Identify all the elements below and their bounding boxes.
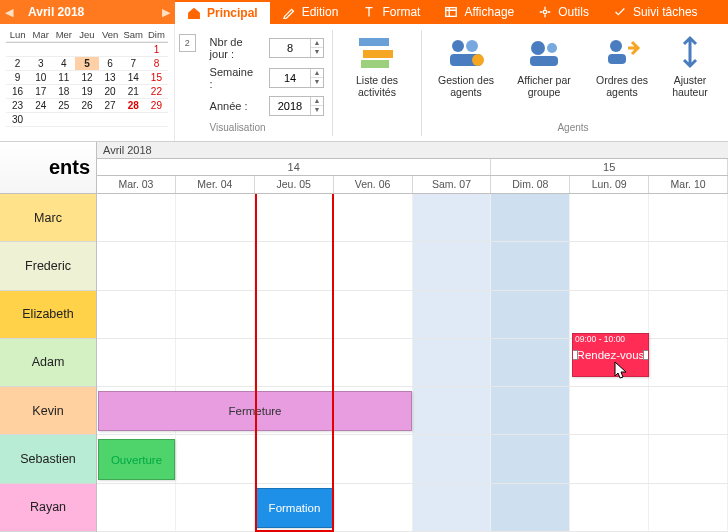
minical-day[interactable]: 21 [122, 85, 145, 99]
grid-cell[interactable] [413, 242, 492, 289]
grid-cell[interactable] [176, 194, 255, 241]
grid-cell[interactable] [176, 339, 255, 386]
minical-day[interactable]: 10 [29, 71, 52, 85]
minical-day[interactable]: 29 [145, 99, 168, 113]
tab-affichage[interactable]: Affichage [432, 0, 526, 24]
grid-cell[interactable] [413, 435, 492, 482]
agent-row[interactable]: Adam [0, 339, 96, 387]
nb-jour-spinner[interactable]: ▲▼ [269, 38, 324, 58]
grid-cell[interactable] [649, 291, 728, 338]
event-fermeture[interactable]: Fermeture [98, 391, 412, 431]
grid-cell[interactable] [97, 291, 176, 338]
grid-cell[interactable] [255, 242, 334, 289]
grid-cell[interactable] [491, 242, 570, 289]
minical-day[interactable]: 27 [99, 99, 122, 113]
grid-cell[interactable] [570, 242, 649, 289]
agent-orders-button[interactable]: Ordres des agents [586, 32, 658, 120]
annee-spinner[interactable]: ▲▼ [269, 96, 324, 116]
nb-jour-up[interactable]: ▲ [311, 39, 323, 48]
minical-day[interactable]: 6 [99, 57, 122, 71]
agent-row[interactable]: Rayan [0, 484, 96, 532]
grid-cell[interactable] [334, 291, 413, 338]
grid-cell[interactable] [255, 291, 334, 338]
grid-cell[interactable] [334, 484, 413, 531]
minical-day[interactable]: 9 [6, 71, 29, 85]
tab-format[interactable]: Format [350, 0, 432, 24]
group-view-button[interactable]: Afficher par groupe [508, 32, 580, 120]
nb-jour-input[interactable] [270, 39, 310, 57]
minical-day[interactable]: 16 [6, 85, 29, 99]
minical-day[interactable]: 3 [29, 57, 52, 71]
event-rdv[interactable]: 09:00 - 10:00Rendez-vous [572, 333, 649, 377]
gestion-agents-button[interactable]: Gestion des agents [430, 32, 502, 120]
minical-day[interactable]: 20 [99, 85, 122, 99]
grid-cell[interactable] [491, 387, 570, 434]
minical-day[interactable]: 13 [99, 71, 122, 85]
tab-edition[interactable]: Edition [270, 0, 351, 24]
annee-input[interactable] [270, 97, 310, 115]
tab-suivi[interactable]: Suivi tâches [601, 0, 710, 24]
grid-cell[interactable] [491, 291, 570, 338]
agent-row[interactable]: Kevin [0, 387, 96, 435]
minical-day[interactable]: 24 [29, 99, 52, 113]
minical-day[interactable]: 12 [75, 71, 98, 85]
minical-day[interactable]: 25 [52, 99, 75, 113]
annee-up[interactable]: ▲ [311, 97, 323, 106]
grid-cell[interactable] [176, 242, 255, 289]
grid-cell[interactable] [176, 291, 255, 338]
grid-cell[interactable] [413, 291, 492, 338]
minical-day[interactable]: 1 [145, 43, 168, 57]
minical-day[interactable]: 26 [75, 99, 98, 113]
grid-cell[interactable] [334, 194, 413, 241]
grid-cell[interactable] [649, 484, 728, 531]
minical-day[interactable]: 7 [122, 57, 145, 71]
grid-cell[interactable] [649, 242, 728, 289]
semaine-up[interactable]: ▲ [311, 69, 323, 78]
grid-cell[interactable] [334, 435, 413, 482]
minical-day[interactable]: 30 [6, 113, 29, 127]
grid-cell[interactable] [176, 484, 255, 531]
grid-cell[interactable] [413, 387, 492, 434]
grid-cell[interactable] [570, 194, 649, 241]
activities-button[interactable]: Liste des activités [341, 32, 413, 120]
grid-cell[interactable] [491, 435, 570, 482]
grid-cell[interactable] [334, 339, 413, 386]
agent-row[interactable]: Elizabeth [0, 291, 96, 339]
grid-cell[interactable] [97, 242, 176, 289]
grid-cell[interactable] [649, 435, 728, 482]
grid-cell[interactable] [570, 484, 649, 531]
minical-day[interactable]: 2 [6, 57, 29, 71]
minical-day[interactable]: 17 [29, 85, 52, 99]
grid-cell[interactable] [491, 484, 570, 531]
grid-cell[interactable] [570, 291, 649, 338]
semaine-down[interactable]: ▼ [311, 78, 323, 87]
grid-cell[interactable] [570, 387, 649, 434]
grid-cell[interactable] [255, 339, 334, 386]
nb-jour-down[interactable]: ▼ [311, 48, 323, 57]
minical-day[interactable]: 4 [52, 57, 75, 71]
grid-cell[interactable] [255, 194, 334, 241]
minical-day[interactable]: 15 [145, 71, 168, 85]
agent-row[interactable]: Marc [0, 194, 96, 242]
minical-day[interactable]: 28 [122, 99, 145, 113]
minical-day[interactable]: 8 [145, 57, 168, 71]
fit-height-button[interactable]: Ajuster hauteur [664, 32, 716, 120]
grid-cell[interactable] [649, 387, 728, 434]
minical-day[interactable]: 14 [122, 71, 145, 85]
prev-month-button[interactable]: ◀ [0, 0, 18, 24]
minical-day[interactable]: 11 [52, 71, 75, 85]
agent-row[interactable]: Sebastien [0, 435, 96, 483]
semaine-spinner[interactable]: ▲▼ [269, 68, 324, 88]
grid-cell[interactable] [491, 339, 570, 386]
grid-cell[interactable] [97, 339, 176, 386]
next-month-button[interactable]: ▶ [157, 0, 175, 24]
annee-down[interactable]: ▼ [311, 106, 323, 115]
grid-cell[interactable] [570, 435, 649, 482]
grid-cell[interactable] [97, 194, 176, 241]
grid-cell[interactable] [255, 435, 334, 482]
grid-cell[interactable] [413, 484, 492, 531]
grid-cell[interactable] [649, 194, 728, 241]
grid-cell[interactable] [649, 339, 728, 386]
minical-day[interactable]: 22 [145, 85, 168, 99]
grid-cell[interactable] [413, 194, 492, 241]
